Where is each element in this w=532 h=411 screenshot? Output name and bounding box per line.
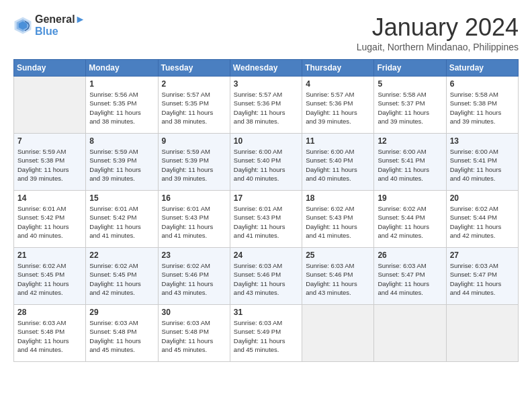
day-number: 16 — [162, 193, 226, 203]
calendar-cell: 29Sunrise: 6:03 AMSunset: 5:48 PMDayligh… — [86, 305, 158, 362]
calendar-cell: 21Sunrise: 6:02 AMSunset: 5:45 PMDayligh… — [14, 248, 86, 305]
day-info: Sunrise: 6:03 AMSunset: 5:48 PMDaylight:… — [89, 318, 154, 354]
day-info: Sunrise: 5:57 AMSunset: 5:36 PMDaylight:… — [306, 90, 370, 126]
weekday-header-tuesday: Tuesday — [158, 60, 230, 77]
calendar-cell: 20Sunrise: 6:02 AMSunset: 5:44 PMDayligh… — [446, 191, 518, 248]
day-info: Sunrise: 5:58 AMSunset: 5:37 PMDaylight:… — [378, 90, 442, 126]
location: Lugait, Northern Mindanao, Philippines — [357, 42, 519, 52]
calendar-cell: 18Sunrise: 6:02 AMSunset: 5:43 PMDayligh… — [302, 191, 374, 248]
day-info: Sunrise: 5:58 AMSunset: 5:38 PMDaylight:… — [450, 90, 515, 126]
day-info: Sunrise: 6:02 AMSunset: 5:45 PMDaylight:… — [17, 261, 82, 297]
day-number: 27 — [450, 250, 515, 260]
day-info: Sunrise: 5:59 AMSunset: 5:39 PMDaylight:… — [89, 147, 154, 183]
day-number: 20 — [450, 193, 515, 203]
calendar-cell: 19Sunrise: 6:02 AMSunset: 5:44 PMDayligh… — [374, 191, 446, 248]
day-number: 24 — [234, 250, 298, 260]
calendar-cell — [374, 305, 446, 362]
calendar-cell: 9Sunrise: 5:59 AMSunset: 5:39 PMDaylight… — [158, 134, 230, 191]
calendar-cell: 25Sunrise: 6:03 AMSunset: 5:46 PMDayligh… — [302, 248, 374, 305]
day-info: Sunrise: 6:01 AMSunset: 5:42 PMDaylight:… — [89, 204, 154, 240]
day-info: Sunrise: 5:56 AMSunset: 5:35 PMDaylight:… — [89, 90, 154, 126]
day-number: 15 — [89, 193, 154, 203]
calendar-cell: 28Sunrise: 6:03 AMSunset: 5:48 PMDayligh… — [14, 305, 86, 362]
day-info: Sunrise: 6:01 AMSunset: 5:43 PMDaylight:… — [234, 204, 298, 240]
day-info: Sunrise: 5:57 AMSunset: 5:35 PMDaylight:… — [162, 90, 226, 126]
calendar-cell: 24Sunrise: 6:03 AMSunset: 5:46 PMDayligh… — [230, 248, 302, 305]
calendar-cell: 4Sunrise: 5:57 AMSunset: 5:36 PMDaylight… — [302, 77, 374, 134]
calendar-cell — [446, 305, 518, 362]
day-info: Sunrise: 6:03 AMSunset: 5:49 PMDaylight:… — [234, 318, 298, 354]
day-info: Sunrise: 6:00 AMSunset: 5:41 PMDaylight:… — [450, 147, 515, 183]
day-number: 4 — [306, 79, 370, 89]
day-number: 26 — [378, 250, 442, 260]
day-info: Sunrise: 6:00 AMSunset: 5:40 PMDaylight:… — [306, 147, 370, 183]
weekday-header-wednesday: Wednesday — [230, 60, 302, 77]
title-block: January 2024 Lugait, Northern Mindanao, … — [357, 13, 519, 52]
calendar-cell: 7Sunrise: 5:59 AMSunset: 5:38 PMDaylight… — [14, 134, 86, 191]
day-info: Sunrise: 5:59 AMSunset: 5:39 PMDaylight:… — [162, 147, 226, 183]
logo: General► Blue — [13, 13, 85, 38]
day-number: 8 — [89, 136, 154, 146]
day-number: 30 — [162, 308, 226, 317]
weekday-header-saturday: Saturday — [446, 60, 518, 77]
day-info: Sunrise: 6:03 AMSunset: 5:48 PMDaylight:… — [17, 318, 82, 354]
day-number: 14 — [17, 193, 82, 203]
day-number: 17 — [234, 193, 298, 203]
month-title: January 2024 — [357, 13, 519, 42]
day-info: Sunrise: 6:01 AMSunset: 5:42 PMDaylight:… — [17, 204, 82, 240]
calendar-cell — [14, 77, 86, 134]
day-info: Sunrise: 6:02 AMSunset: 5:46 PMDaylight:… — [162, 261, 226, 297]
day-number: 6 — [450, 79, 515, 89]
calendar-cell: 31Sunrise: 6:03 AMSunset: 5:49 PMDayligh… — [230, 305, 302, 362]
calendar-cell: 23Sunrise: 6:02 AMSunset: 5:46 PMDayligh… — [158, 248, 230, 305]
calendar-cell: 6Sunrise: 5:58 AMSunset: 5:38 PMDaylight… — [446, 77, 518, 134]
day-info: Sunrise: 6:03 AMSunset: 5:47 PMDaylight:… — [450, 261, 515, 297]
calendar-cell: 27Sunrise: 6:03 AMSunset: 5:47 PMDayligh… — [446, 248, 518, 305]
day-number: 7 — [17, 136, 82, 146]
calendar-cell: 11Sunrise: 6:00 AMSunset: 5:40 PMDayligh… — [302, 134, 374, 191]
day-info: Sunrise: 6:01 AMSunset: 5:43 PMDaylight:… — [162, 204, 226, 240]
logo-text: General► Blue — [35, 13, 85, 38]
weekday-header-friday: Friday — [374, 60, 446, 77]
day-number: 18 — [306, 193, 370, 203]
calendar-cell: 15Sunrise: 6:01 AMSunset: 5:42 PMDayligh… — [86, 191, 158, 248]
calendar-cell: 17Sunrise: 6:01 AMSunset: 5:43 PMDayligh… — [230, 191, 302, 248]
calendar-cell: 8Sunrise: 5:59 AMSunset: 5:39 PMDaylight… — [86, 134, 158, 191]
calendar-cell — [302, 305, 374, 362]
calendar-cell: 3Sunrise: 5:57 AMSunset: 5:36 PMDaylight… — [230, 77, 302, 134]
day-number: 5 — [378, 79, 442, 89]
day-info: Sunrise: 6:00 AMSunset: 5:41 PMDaylight:… — [378, 147, 442, 183]
day-number: 29 — [89, 308, 154, 317]
day-number: 25 — [306, 250, 370, 260]
day-number: 9 — [162, 136, 226, 146]
day-info: Sunrise: 6:02 AMSunset: 5:45 PMDaylight:… — [89, 261, 154, 297]
day-number: 31 — [234, 308, 298, 317]
calendar-table: SundayMondayTuesdayWednesdayThursdayFrid… — [13, 59, 519, 362]
weekday-header-thursday: Thursday — [302, 60, 374, 77]
day-number: 23 — [162, 250, 226, 260]
page-header: General► Blue January 2024 Lugait, North… — [13, 13, 519, 52]
day-number: 1 — [89, 79, 154, 89]
calendar-cell: 13Sunrise: 6:00 AMSunset: 5:41 PMDayligh… — [446, 134, 518, 191]
day-info: Sunrise: 6:02 AMSunset: 5:44 PMDaylight:… — [378, 204, 442, 240]
day-number: 2 — [162, 79, 226, 89]
calendar-cell: 5Sunrise: 5:58 AMSunset: 5:37 PMDaylight… — [374, 77, 446, 134]
weekday-header-monday: Monday — [86, 60, 158, 77]
day-number: 21 — [17, 250, 82, 260]
day-info: Sunrise: 6:03 AMSunset: 5:48 PMDaylight:… — [162, 318, 226, 354]
day-number: 11 — [306, 136, 370, 146]
calendar-cell: 22Sunrise: 6:02 AMSunset: 5:45 PMDayligh… — [86, 248, 158, 305]
day-number: 22 — [89, 250, 154, 260]
day-info: Sunrise: 6:02 AMSunset: 5:43 PMDaylight:… — [306, 204, 370, 240]
logo-icon — [13, 16, 32, 35]
day-number: 12 — [378, 136, 442, 146]
calendar-cell: 2Sunrise: 5:57 AMSunset: 5:35 PMDaylight… — [158, 77, 230, 134]
day-info: Sunrise: 6:02 AMSunset: 5:44 PMDaylight:… — [450, 204, 515, 240]
day-number: 13 — [450, 136, 515, 146]
calendar-cell: 14Sunrise: 6:01 AMSunset: 5:42 PMDayligh… — [14, 191, 86, 248]
calendar-cell: 1Sunrise: 5:56 AMSunset: 5:35 PMDaylight… — [86, 77, 158, 134]
day-info: Sunrise: 6:00 AMSunset: 5:40 PMDaylight:… — [234, 147, 298, 183]
calendar-cell: 12Sunrise: 6:00 AMSunset: 5:41 PMDayligh… — [374, 134, 446, 191]
day-number: 3 — [234, 79, 298, 89]
calendar-cell: 26Sunrise: 6:03 AMSunset: 5:47 PMDayligh… — [374, 248, 446, 305]
